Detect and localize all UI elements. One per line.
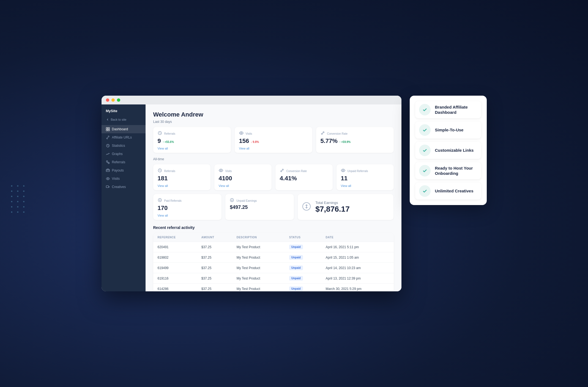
svg-point-18 xyxy=(281,171,282,172)
status-badge: Unpaid xyxy=(289,266,303,270)
referrals-icon xyxy=(106,160,110,164)
svg-point-13 xyxy=(321,133,322,134)
feature-label-customizable: Customizable Links xyxy=(435,148,474,153)
alltime-unpaid-earnings-label: Unpaid Earnings xyxy=(236,199,257,202)
total-earnings-icon xyxy=(302,202,311,212)
sidebar-item-graphs[interactable]: Graphs xyxy=(102,150,146,158)
total-earnings-value: $7,876.17 xyxy=(315,205,350,214)
check-icon-customizable xyxy=(422,148,428,153)
alltime-paid-referrals-value: 170 xyxy=(158,204,217,212)
cell-amount: $37.25 xyxy=(197,273,232,284)
svg-point-9 xyxy=(107,178,108,179)
last30-visits-value: 156 ↓9.8% xyxy=(239,137,308,145)
link-icon xyxy=(106,136,110,139)
last30-referrals-card: Referrals 9 ↑+55.6% View all xyxy=(153,127,231,153)
alltime-visits-value: 4100 xyxy=(219,175,267,182)
last30-conversion-label: Conversion Rate xyxy=(327,132,348,135)
main-content: Welcome Andrew Last 30 days Referrals xyxy=(146,104,401,291)
cell-date: April 15, 2021 1:05 am xyxy=(321,252,394,263)
svg-point-17 xyxy=(220,170,221,171)
cell-ref: 614286 xyxy=(153,284,197,292)
cell-ref: 619802 xyxy=(153,252,197,263)
page-title: Welcome Andrew xyxy=(153,111,394,118)
back-to-site-link[interactable]: Back to site xyxy=(102,116,146,123)
svg-rect-0 xyxy=(106,128,107,129)
minimize-button[interactable] xyxy=(111,98,115,102)
payouts-icon xyxy=(106,168,110,172)
back-icon xyxy=(106,118,109,121)
browser-titlebar xyxy=(102,96,401,104)
alltime-unpaid-earnings-header: Unpaid Earnings xyxy=(230,198,289,203)
last30-visits-change: ↓9.8% xyxy=(251,140,259,143)
statistics-icon xyxy=(106,144,110,148)
total-earnings-label: Total Earnings xyxy=(315,201,350,205)
cell-amount: $37.25 xyxy=(197,242,232,252)
visits-icon xyxy=(106,177,110,181)
svg-rect-3 xyxy=(108,129,109,131)
table-row: 619116 $37.25 My Test Product Unpaid Apr… xyxy=(153,273,394,284)
cell-date: April 13, 2021 12:39 pm xyxy=(321,273,394,284)
sidebar-item-payouts[interactable]: Payouts xyxy=(102,166,146,175)
table-header-row: Reference Amount Description Status Date xyxy=(153,233,394,242)
alltime-paid-referrals-view-all[interactable]: View all xyxy=(158,214,217,217)
last30-conversion-value: 5.77% ↑+59.9% xyxy=(321,137,389,145)
table-row: 614286 $37.25 My Test Product Unpaid Mar… xyxy=(153,284,394,292)
last30-referrals-label: Referrals xyxy=(164,132,176,135)
svg-line-15 xyxy=(322,133,323,133)
feature-label-onboarding: Ready to Host Your Onboarding xyxy=(435,165,477,176)
cell-amount: $37.25 xyxy=(197,252,232,263)
sidebar-item-visits[interactable]: Visits xyxy=(102,175,146,183)
sidebar-item-dashboard[interactable]: Dashboard xyxy=(102,125,146,133)
last30-conversion-card: Conversion Rate 5.77% ↑+59.9% xyxy=(316,127,394,153)
alltime-conversion-value: 4.41% xyxy=(280,175,328,182)
cell-amount: $37.25 xyxy=(197,284,232,292)
last30-referrals-value: 9 ↑+55.6% xyxy=(158,137,226,145)
alltime-stats-grid-bottom: Paid Referrals 170 View all Unpaid Earni… xyxy=(153,194,394,220)
cell-ref: 619499 xyxy=(153,263,197,273)
maximize-button[interactable] xyxy=(117,98,120,102)
feature-label-branded: Branded Affiliate Dashboard xyxy=(435,104,477,115)
last30-referrals-header: Referrals xyxy=(158,131,226,136)
dots-decoration xyxy=(11,185,25,213)
sidebar-item-creatives[interactable]: Creatives xyxy=(102,183,146,191)
alltime-paid-referrals-label: Paid Referrals xyxy=(164,199,182,202)
recent-activity-title: Recent referral activity xyxy=(153,225,394,230)
check-branded xyxy=(419,104,431,115)
last30-referrals-view-all[interactable]: View all xyxy=(158,147,226,150)
svg-rect-2 xyxy=(106,129,107,131)
graphs-icon xyxy=(106,152,110,156)
cell-desc: My Test Product xyxy=(232,252,285,263)
sidebar-item-affiliate-urls[interactable]: Affiliate URLs xyxy=(102,133,146,142)
conversion-stat-icon xyxy=(321,131,325,136)
sidebar-item-referrals[interactable]: Referrals xyxy=(102,158,146,166)
last30-visits-view-all[interactable]: View all xyxy=(239,147,308,150)
sidebar-item-statistics[interactable]: Statistics xyxy=(102,142,146,150)
close-button[interactable] xyxy=(106,98,109,102)
alltime-referrals-view-all[interactable]: View all xyxy=(158,184,206,187)
cell-date: April 16, 2021 5:11 pm xyxy=(321,242,394,252)
check-simple xyxy=(419,124,431,136)
alltime-paid-referrals-icon xyxy=(158,198,162,203)
table-row: 619802 $37.25 My Test Product Unpaid Apr… xyxy=(153,252,394,263)
referrals-label: Referrals xyxy=(112,160,125,164)
alltime-referrals-header: Referrals xyxy=(158,168,206,174)
alltime-unpaid-referrals-view-all[interactable]: View all xyxy=(341,184,389,187)
cell-status: Unpaid xyxy=(285,242,321,252)
alltime-visits-view-all[interactable]: View all xyxy=(219,184,267,187)
alltime-referrals-icon xyxy=(158,168,162,174)
visits-label: Visits xyxy=(112,177,120,181)
last30-visits-header: Visits xyxy=(239,131,308,136)
statistics-label: Statistics xyxy=(112,144,125,148)
alltime-referrals-value: 181 xyxy=(158,175,206,182)
back-label: Back to site xyxy=(111,118,127,121)
feature-label-simple: Simple-To-Use xyxy=(435,127,464,133)
alltime-referrals-label: Referrals xyxy=(164,170,176,173)
svg-point-12 xyxy=(241,132,242,134)
col-status: Status xyxy=(285,233,321,242)
cell-desc: My Test Product xyxy=(232,284,285,292)
cell-status: Unpaid xyxy=(285,263,321,273)
alltime-visits-card: Visits 4100 View all xyxy=(214,164,272,190)
alltime-conversion-label: Conversion Rate xyxy=(286,170,307,173)
svg-point-19 xyxy=(282,169,283,170)
svg-point-14 xyxy=(323,132,324,133)
